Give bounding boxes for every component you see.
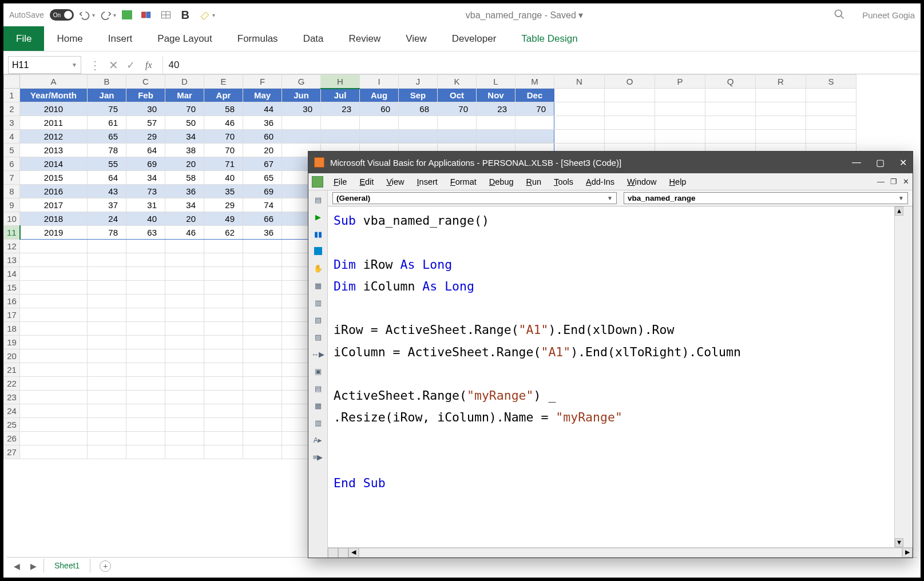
cell-E8[interactable]: 35 [204,185,243,198]
cell-D6[interactable]: 20 [165,157,204,171]
cell-E15[interactable] [204,281,243,295]
chevron-down-icon[interactable]: ▼ [607,195,613,201]
cell-D3[interactable]: 50 [165,116,204,130]
cell-F20[interactable] [243,349,282,363]
vba-menu-file[interactable]: File [328,176,352,188]
col-header-N[interactable]: N [554,75,605,89]
cell-B15[interactable] [88,281,126,295]
cell-P4[interactable] [655,130,705,144]
cell-Q1[interactable] [705,89,756,102]
toolbox-icon[interactable]: ▨ [312,331,324,343]
cell-C1[interactable]: Feb [126,89,165,102]
cell-C15[interactable] [126,281,165,295]
cell-D16[interactable] [165,295,204,308]
fx-label[interactable]: fx [143,60,154,70]
cell-B9[interactable]: 37 [88,198,126,212]
cell-K4[interactable] [438,130,477,144]
cell-O1[interactable] [605,89,655,102]
cell-D17[interactable] [165,308,204,322]
cell-D10[interactable]: 20 [165,212,204,226]
vba-menu-view[interactable]: View [380,176,410,188]
cell-C18[interactable] [126,322,165,336]
cell-B16[interactable] [88,295,126,308]
cell-D11[interactable]: 46 [165,226,204,240]
cell-A11[interactable]: 2019 [20,226,88,240]
row-header-23[interactable]: 23 [4,391,20,404]
cell-F23[interactable] [243,391,282,404]
procedure-view-button[interactable] [328,548,338,558]
cell-C22[interactable] [126,377,165,391]
col-header-K[interactable]: K [438,75,477,89]
cell-B18[interactable] [88,322,126,336]
row-header-22[interactable]: 22 [4,377,20,391]
cell-D5[interactable]: 38 [165,144,204,157]
cell-C12[interactable] [126,240,165,253]
cell-C10[interactable]: 40 [126,212,165,226]
mdi-close-button[interactable]: ✕ [903,177,909,186]
cell-E23[interactable] [204,391,243,404]
cell-E9[interactable]: 29 [204,198,243,212]
col-header-J[interactable]: J [399,75,438,89]
cell-A13[interactable] [20,253,88,267]
cell-A26[interactable] [20,432,88,445]
vba-title-bar[interactable]: Microsoft Visual Basic for Applications … [308,152,913,173]
cell-F7[interactable]: 65 [243,171,282,185]
cell-F26[interactable] [243,432,282,445]
cell-J3[interactable] [399,116,438,130]
cell-F17[interactable] [243,308,282,322]
cell-A10[interactable]: 2018 [20,212,88,226]
cell-D2[interactable]: 70 [165,102,204,116]
cell-P1[interactable] [655,89,705,102]
cell-C14[interactable] [126,267,165,281]
vba-menu-insert[interactable]: Insert [411,176,443,188]
cell-D15[interactable] [165,281,204,295]
chevron-down-icon[interactable]: ▼ [72,62,77,68]
cell-B8[interactable]: 43 [88,185,126,198]
cell-F24[interactable] [243,404,282,418]
cell-F16[interactable] [243,295,282,308]
mdi-restore-button[interactable]: ❐ [890,177,897,186]
row-header-24[interactable]: 24 [4,404,20,418]
cell-D25[interactable] [165,418,204,432]
cell-C27[interactable] [126,445,165,459]
sheet-nav-prev[interactable]: ◀ [10,562,23,571]
cell-D26[interactable] [165,432,204,445]
cell-N3[interactable] [554,116,605,130]
search-icon[interactable] [834,9,845,22]
cell-D24[interactable] [165,404,204,418]
confirm-entry-button[interactable]: ✓ [126,59,135,71]
cell-G3[interactable] [282,116,321,130]
ribbon-tab-data[interactable]: Data [291,26,336,51]
cell-F3[interactable]: 36 [243,116,282,130]
cell-R4[interactable] [756,130,806,144]
cell-A25[interactable] [20,418,88,432]
row-header-17[interactable]: 17 [4,308,20,322]
cell-C5[interactable]: 64 [126,144,165,157]
cell-A17[interactable] [20,308,88,322]
cell-D7[interactable]: 58 [165,171,204,185]
vba-editor-window[interactable]: Microsoft Visual Basic for Applications … [308,151,913,558]
cell-A14[interactable] [20,267,88,281]
ribbon-tab-review[interactable]: Review [336,26,394,51]
row-header-3[interactable]: 3 [4,116,20,130]
col-header-D[interactable]: D [165,75,204,89]
cell-D4[interactable]: 34 [165,130,204,144]
vba-menu-format[interactable]: Format [445,176,482,188]
design-mode-icon[interactable]: ✋ [312,262,324,274]
row-header-19[interactable]: 19 [4,336,20,349]
qat-grid-icon[interactable] [157,7,175,23]
cell-A1[interactable]: Year/Month [20,89,88,102]
cell-C26[interactable] [126,432,165,445]
font-size-icon[interactable]: A▸ [312,434,324,445]
row-header-4[interactable]: 4 [4,130,20,144]
cell-D8[interactable]: 36 [165,185,204,198]
cell-B6[interactable]: 55 [88,157,126,171]
col-header-I[interactable]: I [360,75,399,89]
cell-A16[interactable] [20,295,88,308]
row-header-10[interactable]: 10 [4,212,20,226]
name-box[interactable]: H11 ▼ [8,56,81,74]
break-button[interactable]: ▮▮ [312,228,324,240]
cell-C23[interactable] [126,391,165,404]
cell-L3[interactable] [477,116,515,130]
redo-button[interactable] [97,7,114,23]
